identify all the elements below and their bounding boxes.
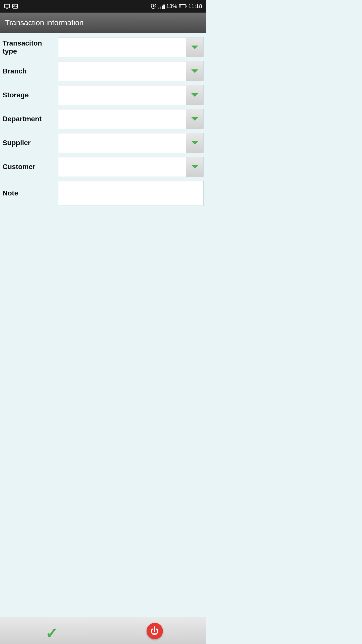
supplier-row: Supplier [0,131,206,155]
supplier-field [58,133,204,153]
note-row: Note [0,179,206,208]
chevron-down-icon [191,117,198,121]
power-button[interactable]: ⏻ [103,618,206,644]
confirm-button[interactable] [0,618,103,644]
status-left-icons [4,3,18,9]
chevron-down-icon [191,141,198,145]
page-title: Transaction information [5,18,83,27]
department-dropdown[interactable] [186,109,203,129]
transaction-type-field [58,37,204,57]
customer-row: Customer [0,155,206,179]
signal-icon [158,4,165,9]
svg-rect-7 [186,6,187,7]
supplier-label: Supplier [3,139,58,147]
power-icon: ⏻ [147,623,163,639]
branch-field [58,61,204,81]
branch-label: Branch [3,67,58,75]
transaction-type-row: Transaciton type [0,35,206,59]
main-content: Transaciton type Branch Storage Departme… [0,33,206,210]
customer-dropdown[interactable] [186,157,203,177]
storage-row: Storage [0,83,206,107]
clock-time: 11:18 [188,3,202,10]
checkmark-icon [44,625,59,637]
chevron-down-icon [191,69,198,73]
note-field[interactable] [58,181,204,206]
notification-icon [4,3,10,9]
note-label: Note [3,189,58,197]
svg-rect-1 [6,8,8,9]
svg-rect-6 [179,5,180,8]
bottom-buttons: ⏻ [0,618,206,644]
department-row: Department [0,107,206,131]
image-icon [12,3,18,9]
branch-dropdown[interactable] [186,61,203,81]
storage-field [58,85,204,105]
chevron-down-icon [191,165,198,169]
battery-icon [179,4,187,9]
transaction-type-label: Transaciton type [3,39,58,55]
branch-row: Branch [0,59,206,83]
battery-percent: 13% [166,3,177,10]
app-header: Transaction information [0,13,206,33]
storage-label: Storage [3,91,58,99]
supplier-dropdown[interactable] [186,133,203,153]
chevron-down-icon [191,93,198,97]
department-label: Department [3,115,58,123]
customer-field [58,157,204,177]
transaction-type-dropdown[interactable] [186,37,203,57]
alarm-icon [150,3,157,10]
department-field [58,109,204,129]
status-bar: 13% 11:18 [0,0,206,13]
chevron-down-icon [191,46,198,49]
status-bar-right: 13% 11:18 [150,3,202,10]
svg-rect-0 [5,4,10,8]
storage-dropdown[interactable] [186,85,203,105]
customer-label: Customer [3,163,58,171]
